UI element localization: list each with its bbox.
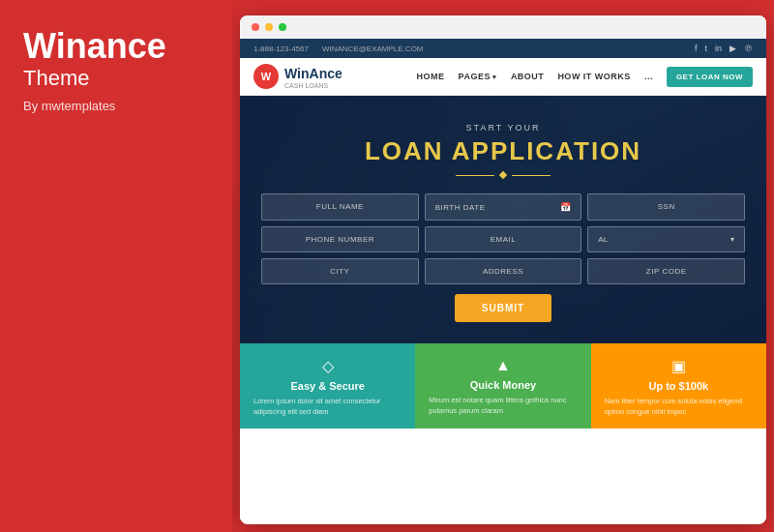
card-easy-secure: ◇ Easy & Secure Lorem ipsum dolor sit am… <box>240 343 415 429</box>
feature-cards: ◇ Easy & Secure Lorem ipsum dolor sit am… <box>240 343 766 429</box>
input-address[interactable]: ADDRESS <box>425 258 582 284</box>
card-easy-title: Easy & Secure <box>253 380 402 392</box>
card-100k: ▣ Up to $100k Nam liber tempor cum solut… <box>591 343 766 429</box>
input-birthdate[interactable]: BIRTH DATE📅 <box>425 193 582 221</box>
desktop-nav-links: HOME PAGES ABOUT HOW IT WORKS ... GET LO… <box>417 67 753 87</box>
desktop-social-links: f t in ▶ ℗ <box>695 44 753 53</box>
desktop-preview: 1-888-123-4567 WINANCE@EXAMPLE.COM f t i… <box>240 15 766 524</box>
desktop-dot-red <box>252 23 259 31</box>
select-state[interactable]: AL▾ <box>587 226 745 252</box>
form-row-1: FULL NAME BIRTH DATE📅 SSN <box>261 193 745 221</box>
desktop-logo-sub: CASH LOANS <box>284 82 342 89</box>
desktop-inner: 1-888-123-4567 WINANCE@EXAMPLE.COM f t i… <box>240 39 766 520</box>
left-panel: Winance Theme By mwtemplates <box>0 0 232 532</box>
desktop-topbar-left: 1-888-123-4567 WINANCE@EXAMPLE.COM <box>253 44 424 53</box>
card-easy-icon: ◇ <box>253 357 402 375</box>
desktop-logo: W WinAnce CASH LOANS <box>253 64 342 89</box>
linkedin-icon[interactable]: in <box>715 44 722 53</box>
twitter-icon[interactable]: t <box>704 44 707 53</box>
card-quick-money: ▲ Quick Money Mirum est notare quam litt… <box>415 343 590 429</box>
brand-subtitle: Theme <box>23 66 209 91</box>
card-100k-icon: ▣ <box>605 357 753 375</box>
desktop-form: FULL NAME BIRTH DATE📅 SSN PHONE NUMBER E… <box>261 193 745 322</box>
desktop-hero: START YOUR LOAN APPLICATION FULL NAME BI… <box>240 96 766 343</box>
desktop-dot-yellow <box>265 23 273 31</box>
nav-about[interactable]: ABOUT <box>511 72 545 81</box>
desktop-cta-button[interactable]: GET LOAN NOW <box>667 67 753 87</box>
hero-divider-left <box>456 175 494 176</box>
desktop-chrome-bar <box>240 15 766 39</box>
input-ssn[interactable]: SSN <box>587 193 745 221</box>
desktop-topbar: 1-888-123-4567 WINANCE@EXAMPLE.COM f t i… <box>240 39 766 58</box>
desktop-email: WINANCE@EXAMPLE.COM <box>322 44 424 53</box>
youtube-icon[interactable]: ▶ <box>729 44 736 53</box>
card-quick-icon: ▲ <box>429 357 577 374</box>
input-phone[interactable]: PHONE NUMBER <box>261 226 419 252</box>
desktop-dot-green <box>279 23 286 31</box>
hero-divider-right <box>512 175 551 176</box>
brand-title: Winance <box>23 27 209 66</box>
submit-button[interactable]: SUBMIT <box>455 294 551 322</box>
card-100k-title: Up to $100k <box>605 380 753 392</box>
desktop-logo-icon: W <box>253 64 279 89</box>
facebook-icon[interactable]: f <box>695 44 698 53</box>
desktop-phone: 1-888-123-4567 <box>253 44 309 53</box>
nav-more[interactable]: ... <box>644 72 653 81</box>
input-fullname[interactable]: FULL NAME <box>261 193 419 221</box>
desktop-navbar: W WinAnce CASH LOANS HOME PAGES ABOUT HO… <box>240 58 766 96</box>
card-quick-title: Quick Money <box>429 379 577 391</box>
hero-divider-diamond <box>499 171 507 179</box>
form-row-2: PHONE NUMBER EMAIL AL▾ <box>261 226 745 252</box>
desktop-hero-title: LOAN APPLICATION <box>259 136 747 166</box>
nav-pages[interactable]: PAGES <box>459 72 497 81</box>
brand-author: By mwtemplates <box>23 99 209 113</box>
desktop-hero-small: START YOUR <box>259 123 747 133</box>
input-email[interactable]: EMAIL <box>425 226 582 252</box>
input-zipcode[interactable]: ZIP CODE <box>587 258 745 284</box>
desktop-hero-content: START YOUR LOAN APPLICATION FULL NAME BI… <box>259 123 747 322</box>
card-easy-text: Lorem ipsum dolor sit amet consectetur a… <box>253 397 402 417</box>
desktop-hero-divider <box>259 172 747 178</box>
form-submit-row: SUBMIT <box>261 294 745 322</box>
input-city[interactable]: CITY <box>261 258 419 284</box>
nav-how-it-works[interactable]: HOW IT WORKS <box>557 72 631 81</box>
nav-home[interactable]: HOME <box>417 72 445 81</box>
form-row-3: CITY ADDRESS ZIP CODE <box>261 258 745 284</box>
card-quick-text: Mirum est notare quam littera gothica nu… <box>429 396 577 416</box>
desktop-logo-text: WinAnce <box>284 66 342 81</box>
card-100k-text: Nam liber tempor cum soluta nobis eligen… <box>605 397 753 417</box>
pinterest-icon[interactable]: ℗ <box>744 44 753 53</box>
